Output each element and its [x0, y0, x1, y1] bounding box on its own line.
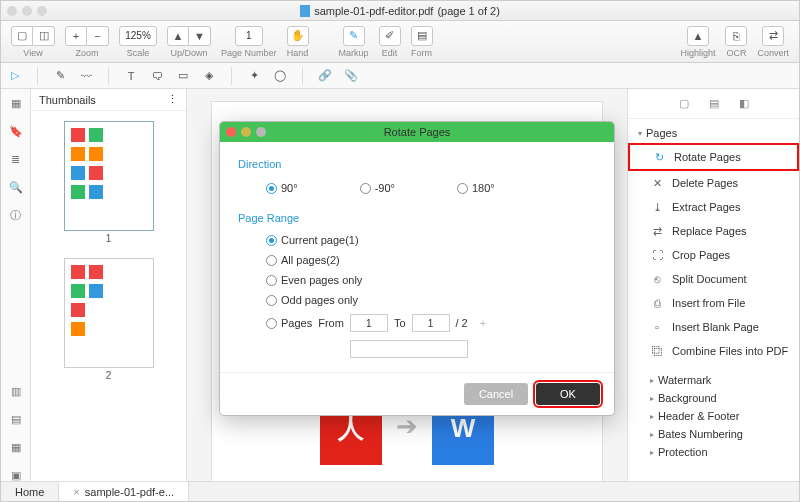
dialog-titlebar: Rotate Pages: [220, 122, 614, 142]
rail-icon-a[interactable]: ▥: [8, 383, 24, 399]
background-item[interactable]: Background: [628, 389, 799, 407]
split-document-item[interactable]: ⎋Split Document: [628, 267, 799, 291]
convert-icon[interactable]: ⇄: [762, 26, 784, 46]
bookmark-icon[interactable]: 🔖: [8, 123, 24, 139]
extract-icon: ⤓: [650, 200, 664, 214]
form-icon[interactable]: ▤: [411, 26, 433, 46]
crop-pages-item[interactable]: ⛶Crop Pages: [628, 243, 799, 267]
blank-page-icon: ▫: [650, 320, 664, 334]
highlighter-icon[interactable]: ✎: [52, 68, 68, 84]
thumbnail-page-1[interactable]: [64, 121, 154, 231]
rtab-doc-icon[interactable]: ▤: [709, 97, 719, 110]
pdf-file-icon: [300, 5, 310, 17]
shape-icon[interactable]: ◯: [272, 68, 288, 84]
dialog-traffic-lights[interactable]: [226, 127, 266, 137]
info-icon[interactable]: ⓘ: [8, 207, 24, 223]
split-icon: ⎋: [650, 272, 664, 286]
cursor-icon[interactable]: ▷: [7, 68, 23, 84]
view-single-icon[interactable]: ▢: [11, 26, 33, 46]
stamp-icon[interactable]: ✦: [246, 68, 262, 84]
rotate-icon: ↻: [652, 150, 666, 164]
note-icon[interactable]: 🗨: [149, 68, 165, 84]
thumbnails-icon[interactable]: ▦: [8, 95, 24, 111]
hand-tool-icon[interactable]: ✋: [287, 26, 309, 46]
sub-toolbar: ▷ ✎ 〰 T 🗨 ▭ ◈ ✦ ◯ 🔗 📎: [1, 63, 799, 89]
edit-group: ✐ Edit: [375, 26, 405, 58]
page-number-field[interactable]: [235, 26, 263, 46]
scale-field[interactable]: [119, 26, 157, 46]
strike-icon[interactable]: 〰: [78, 68, 94, 84]
highlight-icon[interactable]: ▲: [687, 26, 709, 46]
view-dual-icon[interactable]: ◫: [33, 26, 55, 46]
window-title: sample-01-pdf-editor.pdf (page 1 of 2): [300, 5, 500, 17]
link-icon[interactable]: 🔗: [317, 68, 333, 84]
rotate-pages-dialog: Rotate Pages Direction 90° -90° 180° Pag…: [219, 121, 615, 416]
page-down-button[interactable]: ▼: [189, 26, 211, 46]
odd-pages-option[interactable]: Odd pages only: [266, 294, 596, 306]
right-panel: ▢ ▤ ◧ Pages ↻Rotate Pages ✕Delete Pages …: [627, 89, 799, 483]
add-range-button[interactable]: +: [474, 317, 492, 329]
rotate-180-option[interactable]: 180°: [457, 182, 495, 194]
to-field[interactable]: [412, 314, 450, 332]
protection-item[interactable]: Protection: [628, 443, 799, 461]
cancel-button[interactable]: Cancel: [464, 383, 528, 405]
thumbnail-page-2[interactable]: [64, 258, 154, 368]
delete-icon: ✕: [650, 176, 664, 190]
from-field[interactable]: [350, 314, 388, 332]
rtab-page-icon[interactable]: ▢: [679, 97, 689, 110]
text-icon[interactable]: T: [123, 68, 139, 84]
extract-pages-item[interactable]: ⤓Extract Pages: [628, 195, 799, 219]
replace-icon: ⇄: [650, 224, 664, 238]
watermark-item[interactable]: Watermark: [628, 371, 799, 389]
all-pages-option[interactable]: All pages(2): [266, 254, 596, 266]
updown-group: ▲▼ Up/Down: [163, 26, 215, 58]
rail-icon-b[interactable]: ▤: [8, 411, 24, 427]
textbox-icon[interactable]: ▭: [175, 68, 191, 84]
attach-icon[interactable]: 📎: [343, 68, 359, 84]
insert-from-file-item[interactable]: ⎙Insert from File: [628, 291, 799, 315]
delete-pages-item[interactable]: ✕Delete Pages: [628, 171, 799, 195]
rotate-neg90-option[interactable]: -90°: [360, 182, 395, 194]
ok-button[interactable]: OK: [536, 383, 600, 405]
combine-files-item[interactable]: ⿻Combine Files into PDF: [628, 339, 799, 363]
replace-pages-item[interactable]: ⇄Replace Pages: [628, 219, 799, 243]
ocr-group: ⎘ OCR: [721, 26, 751, 58]
pagenum-group: Page Number: [217, 26, 281, 58]
window-titlebar: sample-01-pdf-editor.pdf (page 1 of 2): [1, 1, 799, 21]
zoom-out-button[interactable]: −: [87, 26, 109, 46]
rail-icon-c[interactable]: ▦: [8, 439, 24, 455]
thumbs-menu-icon[interactable]: ⋮: [167, 93, 178, 106]
rtab-layout-icon[interactable]: ◧: [739, 97, 749, 110]
scale-group: Scale: [115, 26, 161, 58]
traffic-lights[interactable]: [7, 6, 47, 16]
callout-icon[interactable]: ◈: [201, 68, 217, 84]
edit-icon[interactable]: ✐: [379, 26, 401, 46]
direction-label: Direction: [238, 158, 596, 170]
markup-icon[interactable]: ✎: [343, 26, 365, 46]
insert-blank-item[interactable]: ▫Insert Blank Page: [628, 315, 799, 339]
even-pages-option[interactable]: Even pages only: [266, 274, 596, 286]
pages-section-header[interactable]: Pages: [628, 123, 799, 143]
document-tab[interactable]: ×sample-01-pdf-e...: [59, 482, 189, 501]
home-tab[interactable]: Home: [1, 482, 59, 501]
zoom-group: +− Zoom: [61, 26, 113, 58]
rotate-90-option[interactable]: 90°: [266, 182, 298, 194]
page-up-button[interactable]: ▲: [167, 26, 189, 46]
rotate-pages-item[interactable]: ↻Rotate Pages: [628, 143, 799, 171]
pages-option[interactable]: Pages: [266, 317, 312, 329]
highlight-group: ▲ Highlight: [676, 26, 719, 58]
bottom-tab-bar: Home ×sample-01-pdf-e...: [1, 481, 799, 501]
crop-icon: ⛶: [650, 248, 664, 262]
close-tab-icon[interactable]: ×: [73, 486, 79, 498]
ocr-icon[interactable]: ⎘: [725, 26, 747, 46]
right-tabs: ▢ ▤ ◧: [628, 89, 799, 119]
pages-text-field[interactable]: [350, 340, 468, 358]
outline-icon[interactable]: ≣: [8, 151, 24, 167]
header-footer-item[interactable]: Header & Footer: [628, 407, 799, 425]
current-page-option[interactable]: Current page(1): [266, 234, 596, 246]
thumbnails-header: Thumbnails⋮: [31, 89, 186, 111]
search-icon[interactable]: 🔍: [8, 179, 24, 195]
zoom-in-button[interactable]: +: [65, 26, 87, 46]
convert-group: ⇄ Convert: [753, 26, 793, 58]
bates-item[interactable]: Bates Numbering: [628, 425, 799, 443]
